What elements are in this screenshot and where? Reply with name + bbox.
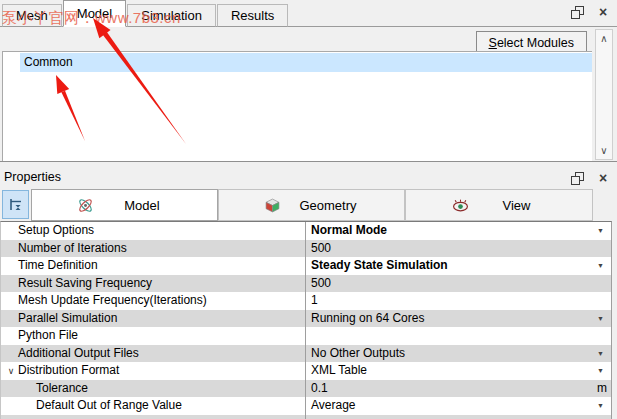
atom-icon <box>77 197 94 214</box>
modules-panel: Select Modules Common ∧ ∨ <box>0 28 617 162</box>
property-row-additional-output-files: Additional Output Files No Other Outputs… <box>1 345 611 363</box>
property-value-dropdown[interactable]: Normal Mode▼ <box>306 222 611 240</box>
property-value-dropdown[interactable]: XML Table▼ <box>306 362 611 380</box>
properties-window-controls: × <box>569 171 611 185</box>
property-label: Mesh Update Frequency(Iterations) <box>1 292 306 310</box>
app-window: Mesh Model Simulation Results × Select M… <box>0 0 617 419</box>
property-label: Time Definition <box>1 257 306 275</box>
modules-list: Common <box>2 51 592 161</box>
property-value-field[interactable] <box>306 327 611 345</box>
dropdown-arrow-icon[interactable]: ▼ <box>597 257 611 275</box>
property-row-result-saving-frequency: Result Saving Frequency 500 <box>1 275 611 293</box>
vertical-scrollbar[interactable]: ∧ ∨ <box>595 29 613 160</box>
property-value-field[interactable]: 500 <box>306 275 611 293</box>
float-icon[interactable] <box>569 5 585 19</box>
dropdown-arrow-icon[interactable]: ▼ <box>597 397 611 415</box>
tab-properties-view[interactable]: View <box>405 189 593 221</box>
property-value-dropdown[interactable]: Average▼ <box>306 397 611 415</box>
properties-title: Properties <box>4 170 61 184</box>
modules-tabs: Mesh Model Simulation Results <box>2 0 289 27</box>
cube-icon <box>265 198 280 213</box>
list-item-common[interactable]: Common <box>20 53 592 72</box>
tab-mesh-label: Mesh <box>16 8 48 23</box>
property-label: Setup Options <box>1 222 306 240</box>
tab-label: View <box>487 198 547 213</box>
property-label: Additional Output Files <box>1 345 306 363</box>
table-filler-row <box>1 415 611 419</box>
select-modules-accel: S <box>489 36 497 50</box>
tree-expander-icon[interactable]: ∨ <box>4 363 18 380</box>
property-row-default-out-of-range: Default Out of Range Value Average▼ <box>1 397 611 415</box>
property-value-field[interactable]: 500 <box>306 240 611 258</box>
property-value-dropdown[interactable]: No Other Outputs▼ <box>306 345 611 363</box>
properties-tabbar: Model Geometry View <box>0 188 617 221</box>
select-modules-label: elect Modules <box>497 36 574 50</box>
tab-results[interactable]: Results <box>217 4 288 27</box>
property-label: Parallel Simulation <box>1 310 306 328</box>
dropdown-arrow-icon[interactable]: ▼ <box>597 310 611 328</box>
property-value-dropdown[interactable]: Running on 64 Cores▼ <box>306 310 611 328</box>
property-value-field[interactable]: 1 <box>306 292 611 310</box>
tab-properties-geometry[interactable]: Geometry <box>218 189 405 221</box>
dock-layout-button[interactable] <box>2 190 29 219</box>
property-value-dropdown[interactable]: Steady State Simulation▼ <box>306 257 611 275</box>
close-icon[interactable]: × <box>595 171 611 185</box>
dropdown-arrow-icon[interactable]: ▼ <box>597 362 611 380</box>
unit-label: m <box>597 380 611 398</box>
close-glyph: × <box>599 172 607 184</box>
panel-window-controls: × <box>569 5 611 19</box>
property-row-mesh-update-frequency: Mesh Update Frequency(Iterations) 1 <box>1 292 611 310</box>
property-label: Result Saving Frequency <box>1 275 306 293</box>
scroll-up-icon[interactable]: ∧ <box>596 31 612 46</box>
list-item-label: Common <box>24 55 73 69</box>
property-label: Python File <box>1 327 306 345</box>
property-row-tolerance: Tolerance 0.1m <box>1 380 611 398</box>
property-label: Number of Iterations <box>1 240 306 258</box>
scroll-down-icon[interactable]: ∨ <box>596 143 612 158</box>
property-row-parallel-simulation: Parallel Simulation Running on 64 Cores▼ <box>1 310 611 328</box>
dock-layout-icon <box>8 197 23 212</box>
eye-icon <box>452 198 469 213</box>
tab-model[interactable]: Model <box>63 0 126 27</box>
float-icon[interactable] <box>569 171 585 185</box>
properties-table: Setup Options Normal Mode▼ Number of Ite… <box>0 221 612 419</box>
tab-mesh[interactable]: Mesh <box>2 4 62 27</box>
property-row-distribution-format: ∨Distribution Format XML Table▼ <box>1 362 611 380</box>
property-label: Tolerance <box>1 380 306 398</box>
property-label: Default Out of Range Value <box>1 397 306 415</box>
property-row-time-definition: Time Definition Steady State Simulation▼ <box>1 257 611 275</box>
property-row-python-file: Python File <box>1 327 611 345</box>
property-value-field[interactable]: 0.1m <box>306 380 611 398</box>
modules-tabbar: Mesh Model Simulation Results × <box>0 0 617 27</box>
tab-simulation-label: Simulation <box>141 8 202 23</box>
properties-titlebar: Properties × <box>0 167 617 188</box>
close-glyph: × <box>599 6 607 18</box>
tab-results-label: Results <box>231 8 274 23</box>
tab-label: Model <box>112 198 172 213</box>
tab-model-label: Model <box>77 6 112 21</box>
property-label: ∨Distribution Format <box>1 362 306 380</box>
property-row-number-of-iterations: Number of Iterations 500 <box>1 240 611 258</box>
property-row-setup-options: Setup Options Normal Mode▼ <box>1 222 611 240</box>
tab-simulation[interactable]: Simulation <box>127 4 216 27</box>
close-icon[interactable]: × <box>595 5 611 19</box>
tab-properties-model[interactable]: Model <box>31 189 218 221</box>
tab-label: Geometry <box>298 198 358 213</box>
dropdown-arrow-icon[interactable]: ▼ <box>597 222 611 240</box>
dropdown-arrow-icon[interactable]: ▼ <box>597 345 611 363</box>
